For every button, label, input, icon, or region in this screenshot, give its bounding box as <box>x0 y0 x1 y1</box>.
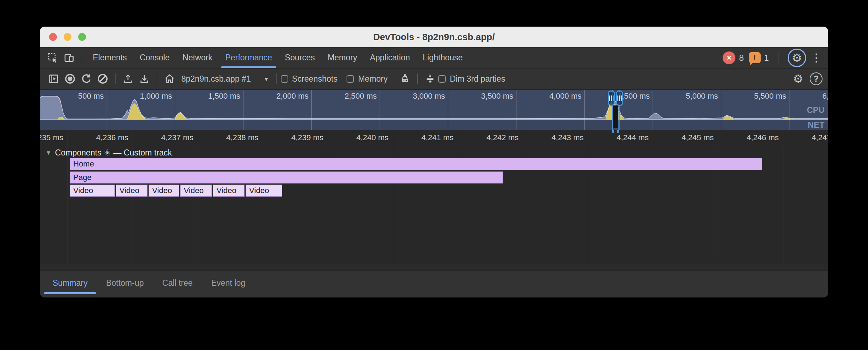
selection-window <box>613 105 618 128</box>
devtools-tab-bar: ElementsConsoleNetworkPerformanceSources… <box>40 47 828 69</box>
tab-elements[interactable]: Elements <box>86 47 133 68</box>
screenshots-label: Screenshots <box>292 74 338 84</box>
ruler-tick-label: 4,244 ms <box>588 130 649 146</box>
flame-bar-home[interactable]: Home <box>70 158 762 170</box>
inspect-element-icon[interactable] <box>45 50 61 66</box>
toolbar-right: ⚙ ? <box>778 72 823 86</box>
help-icon[interactable]: ? <box>810 72 823 85</box>
tab-memory[interactable]: Memory <box>321 47 364 68</box>
chevron-down-icon: ▼ <box>264 76 269 82</box>
panel-tabs: ElementsConsoleNetworkPerformanceSources… <box>86 47 469 68</box>
tab-summary[interactable]: Summary <box>43 271 97 295</box>
flame-bar-video[interactable]: Video <box>246 185 282 197</box>
custom-track-bars: HomePageVideoVideoVideoVideoVideoVideo <box>40 146 828 264</box>
dim-3rd-parties-toggle: Dim 3rd parties <box>438 74 505 84</box>
divider <box>157 73 157 84</box>
tab-console[interactable]: Console <box>133 47 176 68</box>
details-tab-bar: SummaryBottom-upCall treeEvent log <box>40 270 828 297</box>
tab-event-log[interactable]: Event log <box>202 271 254 295</box>
ruler-tick-label: 4,239 ms <box>263 130 323 146</box>
capture-settings-gear-icon[interactable]: ⚙ <box>793 72 803 86</box>
ruler-tick-label: 4,235 ms <box>40 130 63 146</box>
divider <box>82 53 82 63</box>
dim-3rd-parties-checkbox[interactable] <box>438 75 446 83</box>
flame-bar-page[interactable]: Page <box>70 171 503 184</box>
divider <box>417 73 418 84</box>
ruler-tick-label: 4,246 ms <box>718 130 779 146</box>
clear-recording-icon[interactable] <box>95 71 111 87</box>
cpu-activity-chart <box>40 90 828 130</box>
flame-bar-video[interactable]: Video <box>180 185 212 197</box>
tab-call-tree[interactable]: Call tree <box>153 271 202 295</box>
flame-chart-area[interactable]: ▼ Components ⚛ — Custom track HomePageVi… <box>40 146 828 264</box>
issues-count: 1 <box>764 53 769 63</box>
tab-application[interactable]: Application <box>364 47 417 68</box>
devtools-window: DevTools - 8p2n9n.csb.app/ ElementsConso… <box>40 27 828 297</box>
ruler-tick-label: 4,238 ms <box>198 130 258 146</box>
tab-network[interactable]: Network <box>176 47 219 68</box>
target-selector[interactable]: 8p2n9n.csb.app #1 ▼ <box>181 74 269 84</box>
divider <box>782 73 782 84</box>
ruler-tick-label: 4,236 ms <box>68 130 128 146</box>
settings-focus-ring: ⚙ <box>788 49 806 67</box>
collect-garbage-icon[interactable] <box>397 71 413 87</box>
tab-bottom-up[interactable]: Bottom-up <box>97 271 153 295</box>
save-profile-icon[interactable] <box>136 71 152 87</box>
cpu-lane-label: CPU <box>807 105 825 115</box>
error-badge-icon[interactable]: × <box>723 51 735 64</box>
selection-right-handle[interactable] <box>616 91 623 106</box>
ruler-tick-label: 4,241 ms <box>393 130 454 146</box>
target-label: 8p2n9n.csb.app #1 <box>181 74 251 84</box>
reload-and-record-icon[interactable] <box>78 71 95 87</box>
net-lane-label: NET <box>808 120 825 130</box>
screenshots-checkbox[interactable] <box>281 75 288 83</box>
divider <box>115 73 116 84</box>
ruler-tick-label: 4,242 ms <box>458 130 519 146</box>
horizontal-divider-band <box>40 264 828 270</box>
window-title: DevTools - 8p2n9n.csb.app/ <box>40 27 828 47</box>
tab-bar-right: × 8 ! 1 ⚙ ⋮ <box>723 49 822 67</box>
performance-toolbar: 8p2n9n.csb.app #1 ▼ Screenshots Memory <box>40 69 828 89</box>
flame-bar-video[interactable]: Video <box>149 185 179 197</box>
toggle-sidebar-icon[interactable] <box>45 71 62 87</box>
flame-bar-video[interactable]: Video <box>213 185 245 197</box>
ruler-tick-label: 4,243 ms <box>523 130 584 146</box>
timeline-overview[interactable]: 500 ms1,000 ms1,500 ms2,000 ms2,500 ms3,… <box>40 89 828 130</box>
memory-checkbox[interactable] <box>347 75 354 83</box>
memory-toggle: Memory <box>347 74 387 84</box>
tab-lighthouse[interactable]: Lighthouse <box>416 47 469 68</box>
load-profile-icon[interactable] <box>120 71 136 87</box>
ruler-tick-label: 4,245 ms <box>653 130 714 146</box>
selection-left-handle[interactable] <box>608 91 615 106</box>
issues-badge-icon[interactable]: ! <box>749 52 761 63</box>
settings-gear-icon[interactable]: ⚙ <box>792 51 802 65</box>
timeline-ruler[interactable]: 4,235 ms4,236 ms4,237 ms4,238 ms4,239 ms… <box>40 130 828 146</box>
screenshots-toggle: Screenshots <box>281 74 338 84</box>
ruler-tick-label: 4,247 ms <box>783 130 828 146</box>
collapse-tracks-icon[interactable] <box>422 71 438 87</box>
memory-label: Memory <box>358 74 387 84</box>
dim-3rd-parties-label: Dim 3rd parties <box>450 74 505 84</box>
divider <box>778 53 778 63</box>
tab-performance[interactable]: Performance <box>219 47 279 68</box>
more-options-kebab-icon[interactable]: ⋮ <box>811 51 822 64</box>
desktop-background: DevTools - 8p2n9n.csb.app/ ElementsConso… <box>0 0 868 350</box>
flame-bar-video[interactable]: Video <box>116 185 148 197</box>
home-icon[interactable] <box>161 71 178 87</box>
error-count: 8 <box>739 53 744 63</box>
flame-bar-video[interactable]: Video <box>70 185 115 197</box>
tab-sources[interactable]: Sources <box>278 47 321 68</box>
device-toolbar-icon[interactable] <box>61 50 77 66</box>
record-icon[interactable] <box>62 71 78 87</box>
ruler-tick-label: 4,240 ms <box>328 130 389 146</box>
divider <box>276 73 277 84</box>
title-bar: DevTools - 8p2n9n.csb.app/ <box>40 27 828 47</box>
ruler-tick-label: 4,237 ms <box>133 130 193 146</box>
